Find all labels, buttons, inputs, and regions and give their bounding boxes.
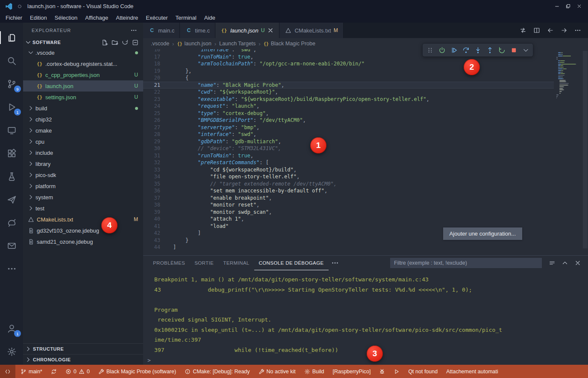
close-window-button[interactable] — [573, 0, 585, 12]
status-cmake-kit[interactable]: No active kit — [254, 365, 300, 378]
activity-extensions[interactable] — [0, 142, 23, 165]
activity-cmake[interactable] — [0, 188, 23, 211]
code-line[interactable]: 35 // "target extended-remote /dev/ttyAC… — [143, 180, 554, 188]
tab-cmakelists-txt[interactable]: CMakeLists.txtM — [279, 23, 343, 38]
tree-item-cmakelists-txt[interactable]: CMakeLists.txtM — [23, 214, 143, 225]
activity-explorer[interactable] — [0, 26, 23, 49]
tree-item-c-cpp-properties-json[interactable]: {}c_cpp_properties.jsonU — [23, 69, 143, 80]
code-line[interactable]: 38 "monitor reset", — [143, 201, 554, 209]
activity-testing[interactable] — [0, 165, 23, 188]
code-line[interactable]: 33 "cd ${workspaceRoot}/build", — [143, 166, 554, 174]
status-branch[interactable]: main* — [16, 365, 47, 378]
breadcrumb-item-vscode[interactable]: .vscode — [151, 41, 169, 47]
tree-item-test[interactable]: test — [23, 203, 143, 214]
activity-settings[interactable] — [0, 340, 23, 363]
tree-item-build[interactable]: build — [23, 103, 143, 114]
status-remote[interactable] — [0, 365, 15, 378]
code-line[interactable]: 28 "interface": "swd", — [143, 131, 554, 138]
sidebar-more-icon[interactable] — [130, 27, 137, 34]
activity-run-and-debug[interactable]: 1 — [0, 95, 23, 118]
code-line[interactable]: 29 "gdbPath": "gdb-multiarch", — [143, 138, 554, 145]
tree-item-gd32vf103-ozone-jdebug[interactable]: gd32vf103_ozone.jdebug — [23, 225, 143, 236]
stop-icon[interactable] — [508, 44, 519, 56]
chevron-up-icon[interactable] — [562, 260, 568, 266]
code-line[interactable]: 34 "file open-story-teller.elf", — [143, 173, 554, 180]
status-debug-config[interactable]: Black Magic Probe (software) — [94, 365, 180, 378]
close-icon[interactable] — [574, 260, 581, 266]
code-line[interactable]: 32 "preRestartCommands": [ — [143, 159, 554, 166]
activity-accounts[interactable]: 1 — [0, 317, 23, 340]
code-line[interactable]: 20 { — [143, 74, 554, 82]
tree-item-chip32[interactable]: chip32 — [23, 114, 143, 125]
status-sync[interactable] — [47, 365, 61, 378]
tree-item-cpu[interactable]: cpu — [23, 136, 143, 147]
debug-console[interactable]: > Breakpoint 1, main () at /mnt/data/git… — [143, 270, 588, 365]
new-folder-icon[interactable] — [111, 39, 118, 46]
activity-docker[interactable] — [0, 211, 23, 234]
lines-icon[interactable] — [549, 260, 556, 266]
section-software[interactable]: SOFTWARE — [23, 38, 143, 47]
section-chronologie[interactable]: CHRONOLOGIE — [23, 354, 143, 365]
status-cmake-target[interactable]: [RaspberryPico] — [328, 365, 375, 378]
tree-item-system[interactable]: system — [23, 192, 143, 203]
ellipsis-icon[interactable] — [574, 27, 581, 34]
menu-fichier[interactable]: Fichier — [2, 15, 26, 21]
debug-filter-input[interactable] — [390, 258, 542, 268]
code-line[interactable]: 23 "executable": "${workspaceRoot}/build… — [143, 96, 554, 103]
code-line[interactable]: 22 "cwd": "${workspaceRoot}", — [143, 89, 554, 96]
activity-remote-explorer[interactable] — [0, 118, 23, 142]
code-line[interactable]: 27 "servertype": "bmp", — [143, 124, 554, 131]
status-cmake-debug[interactable] — [375, 365, 389, 378]
activity-search[interactable] — [0, 49, 23, 72]
maximize-button[interactable] — [562, 0, 573, 12]
continue-icon[interactable] — [448, 44, 459, 56]
minimap[interactable] — [556, 52, 581, 99]
collapse-all-icon[interactable] — [132, 39, 139, 46]
menu-edition[interactable]: Edition — [26, 15, 51, 21]
close-icon[interactable] — [267, 27, 274, 34]
code-line[interactable]: 30 // "device": "STM32L431VC", — [143, 145, 554, 152]
tree-item-library[interactable]: library — [23, 158, 143, 169]
status-qt[interactable]: Qt not found — [404, 365, 442, 378]
tree-item-samd21-ozone-jdebug[interactable]: samd21_ozone.jdebug — [23, 236, 143, 247]
scrollbar[interactable] — [583, 51, 588, 248]
step-out-icon[interactable] — [484, 44, 495, 56]
panel-tab-console-de-d-bogage[interactable]: CONSOLE DE DÉBOGAGE — [254, 256, 329, 270]
tree-item-vscode[interactable]: .vscode — [23, 47, 143, 58]
power-icon[interactable] — [436, 44, 447, 56]
compare-icon[interactable] — [520, 27, 526, 34]
menu-ex-cuter[interactable]: Exécuter — [142, 15, 171, 21]
menu-aide[interactable]: Aide — [200, 15, 219, 21]
tab-launch-json[interactable]: {}launch.jsonU — [215, 23, 279, 38]
activity-messages[interactable] — [0, 234, 23, 257]
status-auto-attach[interactable]: Attachement automati — [442, 365, 503, 378]
menu-atteindre[interactable]: Atteindre — [112, 15, 142, 21]
panel-more-icon[interactable] — [331, 259, 339, 267]
panel-tab-probl-mes[interactable]: PROBLÈMES — [148, 256, 190, 270]
status-cmake-build[interactable]: Build — [300, 365, 329, 378]
section-structure[interactable]: STRUCTURE — [23, 343, 143, 354]
code-line[interactable]: 37 "enable breakpoint", — [143, 195, 554, 202]
arrow-right-icon[interactable] — [561, 27, 567, 34]
tree-item-include[interactable]: include — [23, 147, 143, 158]
code-line[interactable]: 26 "BMPGDBSerialPort": "/dev/ttyACM0", — [143, 117, 554, 124]
code-line[interactable]: 31 "runToMain": true, — [143, 152, 554, 159]
arrow-left-icon[interactable] — [547, 27, 554, 34]
panel-tab-sortie[interactable]: SORTIE — [190, 256, 218, 270]
code-line[interactable]: 21 "name": "Black Magic Probe", — [143, 82, 554, 89]
tab-main-c[interactable]: Cmain.c — [143, 23, 180, 38]
code-line[interactable]: 18 "armToolchainPath": "/opt/gcc-arm-non… — [143, 60, 554, 68]
code-line[interactable]: 40 "attach 1", — [143, 216, 554, 223]
split-icon[interactable] — [533, 27, 540, 34]
code-line[interactable]: 24 "request": "launch", — [143, 103, 554, 110]
breadcrumb-item-launch-json[interactable]: {}launch.json — [177, 41, 211, 47]
breadcrumb-item-launch-targets[interactable]: Launch Targets — [219, 41, 256, 47]
code-line[interactable]: 39 "monitor swdp_scan", — [143, 209, 554, 216]
tree-item-settings-json[interactable]: {}settings.jsonU — [23, 92, 143, 103]
panel-tab-terminal[interactable]: TERMINAL — [218, 256, 254, 270]
menu-terminal[interactable]: Terminal — [172, 15, 200, 21]
step-over-icon[interactable] — [460, 44, 471, 56]
minimize-button[interactable] — [551, 0, 562, 12]
code-line[interactable]: 36 "set mem inaccessible-by-default off"… — [143, 187, 554, 195]
code-line[interactable]: 25 "type": "cortex-debug", — [143, 110, 554, 117]
